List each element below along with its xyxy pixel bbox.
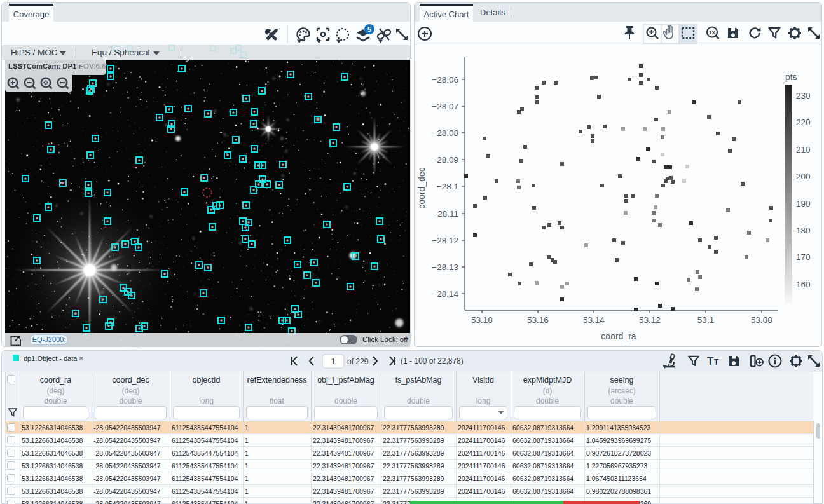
svg-text:1X: 1X <box>709 30 715 36</box>
svg-text:−28.06: −28.06 <box>432 75 458 85</box>
svg-text:210: 210 <box>796 145 811 154</box>
svg-text:T: T <box>714 358 719 367</box>
svg-text:−28.08: −28.08 <box>432 128 458 138</box>
svg-text:53.14: 53.14 <box>583 315 605 325</box>
svg-text:−28.13: −28.13 <box>432 262 458 272</box>
svg-text:coord_ra: coord_ra <box>601 331 636 341</box>
svg-text:−28.11: −28.11 <box>432 209 458 219</box>
svg-text:−28.14: −28.14 <box>432 289 458 299</box>
svg-text:−28.07: −28.07 <box>432 102 458 111</box>
svg-text:230: 230 <box>796 91 811 100</box>
svg-text:53.12: 53.12 <box>639 315 661 325</box>
svg-text:53.08: 53.08 <box>751 315 773 325</box>
svg-text:53.16: 53.16 <box>527 315 549 325</box>
svg-text:160: 160 <box>796 280 811 289</box>
svg-text:220: 220 <box>796 118 811 127</box>
svg-text:of 229: of 229 <box>347 357 369 366</box>
svg-text:180: 180 <box>796 226 811 235</box>
svg-text:190: 190 <box>796 199 811 208</box>
svg-text:1: 1 <box>331 357 336 366</box>
svg-text:−28.09: −28.09 <box>432 155 458 165</box>
svg-text:200: 200 <box>796 172 811 181</box>
svg-text:T: T <box>707 355 714 367</box>
svg-text:−28.1: −28.1 <box>437 182 458 191</box>
svg-text:170: 170 <box>796 252 811 262</box>
svg-text:−28.12: −28.12 <box>432 236 458 245</box>
svg-text:pts: pts <box>785 72 797 82</box>
svg-text:53.1: 53.1 <box>697 315 714 325</box>
svg-text:coord_dec: coord_dec <box>416 167 427 208</box>
svg-text:53.18: 53.18 <box>471 315 493 325</box>
svg-text:5: 5 <box>367 25 371 33</box>
